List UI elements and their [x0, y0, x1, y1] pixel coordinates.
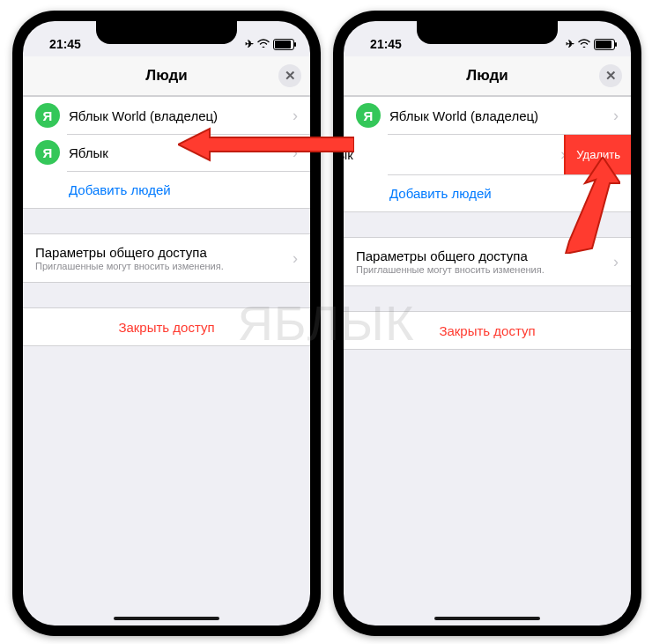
notch [417, 21, 558, 44]
close-icon: ✕ [605, 68, 617, 84]
phone-right: 21:45 ✈ Люди ✕ Я Яблык World ( [333, 11, 641, 636]
params-subtitle: Приглашенные могут вносить изменения. [35, 261, 224, 271]
chevron-icon: › [613, 253, 619, 271]
person-name: Яблык World (владелец) [389, 108, 613, 123]
avatar: Я [356, 103, 381, 128]
spacer [344, 286, 631, 311]
person-owner-row[interactable]: Я Яблык World (владелец) › [344, 97, 631, 134]
spacer [23, 283, 310, 307]
chevron-icon: › [293, 107, 298, 125]
airplane-icon: ✈ [245, 38, 254, 50]
close-button[interactable]: ✕ [599, 64, 622, 87]
page-header: Люди ✕ [23, 56, 310, 96]
person-name: Яблык World (владелец) [69, 108, 293, 123]
chevron-icon: › [613, 107, 619, 125]
battery-icon [273, 39, 294, 50]
close-access-label: Закрыть доступ [118, 320, 214, 335]
content-right: Люди ✕ Я Яблык World (владелец) › Я Яблы… [344, 56, 631, 625]
arrow-up-icon [541, 157, 620, 254]
chevron-icon: › [293, 249, 298, 268]
params-title: Параметры общего доступа [356, 248, 528, 263]
screen-right: 21:45 ✈ Люди ✕ Я Яблык World ( [344, 21, 631, 625]
status-time: 21:45 [359, 37, 412, 51]
person-name: Яблык [344, 147, 560, 162]
home-indicator[interactable] [434, 617, 540, 620]
params-group: Параметры общего доступа Приглашенные мо… [23, 233, 310, 283]
add-people-label: Добавить людей [389, 186, 492, 201]
wifi-icon [578, 38, 590, 50]
status-time: 21:45 [39, 37, 92, 51]
screen-left: 21:45 ✈ Люди ✕ Я Яблык World ( [23, 21, 310, 625]
close-button[interactable]: ✕ [278, 64, 301, 87]
svg-marker-1 [566, 157, 620, 254]
phone-left: 21:45 ✈ Люди ✕ Я Яблык World ( [12, 11, 321, 636]
page-title: Люди [145, 67, 187, 85]
add-people-row[interactable]: Добавить людей [23, 171, 310, 208]
close-access-button[interactable]: Закрыть доступ [23, 308, 310, 345]
params-subtitle: Приглашенные могут вносить изменения. [356, 264, 545, 275]
svg-marker-0 [178, 129, 354, 160]
params-title: Параметры общего доступа [35, 245, 207, 260]
status-icons: ✈ [233, 38, 294, 50]
page-header: Люди ✕ [344, 56, 631, 96]
airplane-icon: ✈ [566, 38, 574, 50]
sharing-params-row[interactable]: Параметры общего доступа Приглашенные мо… [23, 234, 310, 282]
spacer [23, 209, 310, 233]
close-access-label: Закрыть доступ [439, 323, 535, 338]
avatar: Я [35, 103, 60, 128]
close-icon: ✕ [285, 68, 296, 84]
arrow-left-icon [178, 125, 354, 164]
wifi-icon [257, 38, 270, 50]
home-indicator[interactable] [114, 617, 219, 620]
notch [96, 21, 237, 44]
status-icons: ✈ [553, 38, 615, 50]
avatar: Я [35, 140, 60, 165]
close-access-button[interactable]: Закрыть доступ [344, 312, 631, 349]
close-access-group: Закрыть доступ [344, 311, 631, 350]
add-people-label: Добавить людей [69, 182, 171, 197]
page-title: Люди [466, 67, 508, 85]
battery-icon [594, 39, 615, 50]
close-access-group: Закрыть доступ [23, 307, 310, 346]
